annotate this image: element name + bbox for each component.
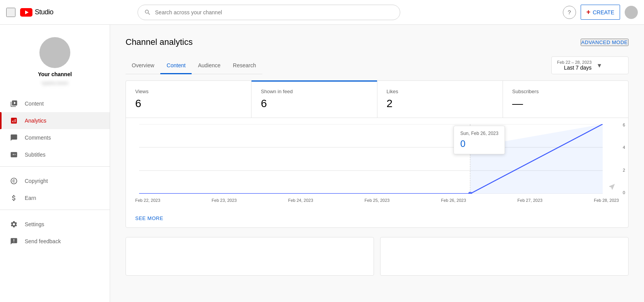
tab-audience[interactable]: Audience [192, 58, 226, 74]
nav-divider-2 [0, 210, 110, 213]
stat-feed-value: 6 [261, 97, 367, 110]
stat-subscribers[interactable]: Subscribers — [503, 81, 628, 118]
stat-subs-value: — [512, 97, 619, 110]
analytics-icon [9, 116, 19, 125]
x-label-3: Feb 25, 2023 [365, 198, 390, 203]
chart-icon-area [608, 183, 616, 192]
x-label-0: Feb 22, 2023 [135, 198, 160, 203]
stats-header: Views 6 Shown in feed 6 Likes 2 Subscrib… [126, 81, 628, 118]
sidebar-item-content-label: Content [25, 101, 44, 107]
stat-views-value: 6 [135, 97, 242, 110]
tab-research[interactable]: Research [227, 58, 262, 74]
main-content: Channel analytics ADVANCED MODE Overview… [110, 25, 644, 302]
x-label-6: Feb 28, 2023 [594, 198, 619, 203]
content-icon [9, 99, 19, 108]
sidebar-item-content[interactable]: Content [0, 95, 110, 112]
x-label-1: Feb 23, 2023 [212, 198, 237, 203]
stat-views[interactable]: Views 6 [126, 81, 251, 118]
x-label-4: Feb 26, 2023 [441, 198, 466, 203]
studio-logo[interactable]: Studio [20, 8, 53, 17]
stat-shown-in-feed[interactable]: Shown in feed 6 [251, 81, 377, 118]
page-title: Channel analytics [126, 37, 193, 47]
x-axis-labels: Feb 22, 2023 Feb 23, 2023 Feb 24, 2023 F… [126, 195, 628, 209]
sidebar-nav: Content Analytics Comments [0, 95, 110, 250]
stat-subs-label: Subscribers [512, 89, 619, 94]
top-navigation: Studio ? + CREATE [0, 0, 644, 25]
tab-content[interactable]: Content [160, 58, 192, 74]
channel-info: Your channel •yasha lorem [0, 31, 110, 92]
create-label: CREATE [593, 9, 614, 15]
sidebar-item-comments-label: Comments [25, 135, 51, 141]
chart-corner-icon [608, 183, 616, 191]
date-range-selector[interactable]: Feb 22 – 28, 2023 Last 7 days ▾ [551, 56, 629, 74]
y-label-4: 4 [623, 145, 625, 150]
bottom-cards [126, 237, 629, 276]
nav-right: ? + CREATE [563, 5, 638, 20]
feedback-icon [9, 237, 19, 246]
plus-icon: + [586, 8, 591, 16]
sidebar-item-subtitles-label: Subtitles [25, 152, 46, 158]
date-range-text: Feb 22 – 28, 2023 Last 7 days [557, 60, 591, 71]
search-icon [144, 9, 151, 16]
sidebar-item-earn-label: Earn [25, 195, 36, 201]
x-label-2: Feb 24, 2023 [288, 198, 313, 203]
analytics-card: Views 6 Shown in feed 6 Likes 2 Subscrib… [126, 80, 629, 228]
earn-icon [9, 193, 19, 203]
sidebar-item-copyright-label: Copyright [25, 178, 48, 184]
tab-overview[interactable]: Overview [126, 58, 160, 74]
stat-views-label: Views [135, 89, 242, 94]
stat-feed-label: Shown in feed [261, 89, 367, 94]
date-range-sub: Feb 22 – 28, 2023 [557, 60, 591, 65]
create-button[interactable]: + CREATE [581, 5, 620, 20]
y-label-2: 2 [623, 168, 625, 172]
page-header: Channel analytics ADVANCED MODE [126, 37, 629, 47]
channel-name: Your channel [38, 71, 72, 77]
sidebar-item-earn[interactable]: Earn [0, 189, 110, 206]
stat-likes[interactable]: Likes 2 [377, 81, 503, 118]
sidebar-item-feedback[interactable]: Send feedback [0, 233, 110, 250]
main-layout: Your channel •yasha lorem Content [0, 0, 644, 302]
analytics-tabs: Overview Content Audience Research [126, 58, 262, 74]
sidebar-item-subtitles[interactable]: Subtitles [0, 146, 110, 163]
nav-divider-1 [0, 166, 110, 169]
youtube-icon [20, 8, 32, 17]
channel-avatar [39, 37, 70, 68]
settings-icon [9, 220, 19, 229]
date-range-main: Last 7 days [564, 65, 592, 71]
bottom-card-right [380, 237, 629, 276]
copyright-icon [9, 176, 19, 186]
help-button[interactable]: ? [563, 6, 576, 19]
line-chart [135, 124, 607, 194]
sidebar-item-analytics-label: Analytics [25, 118, 46, 124]
chevron-down-icon: ▾ [598, 61, 601, 70]
nav-left: Studio [6, 8, 53, 17]
stat-likes-value: 2 [387, 97, 493, 110]
y-label-0: 0 [623, 190, 625, 195]
search-input[interactable] [155, 9, 394, 15]
tabs-row: Overview Content Audience Research Feb 2… [126, 56, 629, 74]
hamburger-menu[interactable] [6, 8, 15, 17]
sidebar-item-feedback-label: Send feedback [25, 238, 61, 244]
sidebar-item-analytics[interactable]: Analytics [0, 112, 110, 129]
advanced-mode-button[interactable]: ADVANCED MODE [581, 39, 629, 46]
sidebar-item-settings-label: Settings [25, 221, 44, 227]
svg-marker-6 [139, 124, 603, 194]
user-avatar[interactable] [625, 6, 638, 19]
x-label-5: Feb 27, 2023 [517, 198, 542, 203]
channel-handle: •yasha lorem [41, 80, 68, 86]
comments-icon [9, 133, 19, 142]
sidebar: Your channel •yasha lorem Content [0, 25, 110, 302]
y-axis-labels: 6 4 2 0 [623, 123, 625, 195]
sidebar-item-comments[interactable]: Comments [0, 129, 110, 146]
search-bar[interactable] [138, 5, 400, 20]
studio-wordmark: Studio [35, 8, 53, 16]
y-label-6: 6 [623, 123, 625, 127]
see-more-button[interactable]: SEE MORE [135, 215, 163, 221]
sidebar-item-settings[interactable]: Settings [0, 216, 110, 233]
stat-likes-label: Likes [387, 89, 493, 94]
sidebar-item-copyright[interactable]: Copyright [0, 172, 110, 189]
bottom-card-left [126, 237, 374, 276]
subtitles-icon [9, 150, 19, 159]
chart-container: 6 4 2 0 Sun, Feb 26, 2023 0 [126, 118, 628, 195]
see-more-row: SEE MORE [126, 209, 628, 227]
